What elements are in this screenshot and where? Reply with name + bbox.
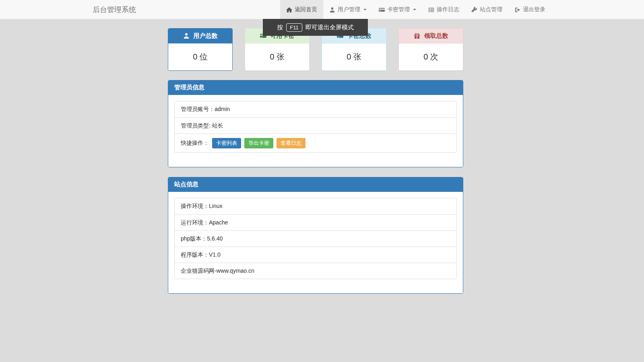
admin-panel-title: 管理员信息 <box>168 80 463 95</box>
stat-card-value: 0 次 <box>399 43 463 70</box>
php-version-row: php版本：5.6.40 <box>175 230 456 247</box>
nav-item-home[interactable]: 返回首页 <box>280 0 323 19</box>
nav-item-label: 返回首页 <box>295 6 317 13</box>
stat-card-value: 0 张 <box>245 43 309 70</box>
stat-card-claimed: 领取总数 0 次 <box>398 28 463 71</box>
nav-item-label: 卡密管理 <box>387 6 410 13</box>
site-info-panel: 站点信息 操作环境：Linux 运行环境：Apache php版本：5.6.40… <box>168 177 463 294</box>
nav-item-user-management[interactable]: 用户管理 <box>323 0 373 19</box>
nav-item-operation-log[interactable]: 操作日志 <box>422 0 465 19</box>
credit-card-icon <box>379 7 385 13</box>
nav-item-logout[interactable]: 退出登录 <box>508 0 551 19</box>
caret-down-icon <box>363 9 367 10</box>
app-title[interactable]: 后台管理系统 <box>93 0 136 19</box>
admin-type-row: 管理员类型: 站长 <box>175 117 456 134</box>
stat-card-value: 0 张 <box>322 43 386 70</box>
admin-panel-body: 管理员账号：admin 管理员类型: 站长 快捷操作： 卡密列表 导出卡密 查看… <box>168 95 463 167</box>
stat-card-header: 用户总数 <box>168 29 232 43</box>
gift-icon <box>414 33 420 39</box>
card-list-button[interactable]: 卡密列表 <box>212 138 241 148</box>
program-version-row: 程序版本：V1.0 <box>175 247 456 263</box>
wrench-icon <box>471 7 477 13</box>
main-content: 用户总数 0 位 可用卡密 0 张 卡密总数 0 张 领取总数 0 次 <box>168 19 463 294</box>
export-cards-button[interactable]: 导出卡密 <box>244 138 273 148</box>
navbar-container: 后台管理系统 返回首页 用户管理 卡密管理 操作日志 站点 <box>87 0 557 19</box>
f11-key-badge: F11 <box>286 23 302 32</box>
admin-account-row: 管理员账号：admin <box>175 101 456 117</box>
user-icon <box>329 7 335 13</box>
stat-card-users: 用户总数 0 位 <box>168 28 233 71</box>
caret-down-icon <box>413 9 416 10</box>
user-icon <box>183 33 190 39</box>
admin-info-panel: 管理员信息 管理员账号：admin 管理员类型: 站长 快捷操作： 卡密列表 导… <box>168 80 463 167</box>
os-env-row: 操作环境：Linux <box>175 198 456 214</box>
stat-card-header: 领取总数 <box>399 29 463 43</box>
site-panel-title: 站点信息 <box>168 177 463 192</box>
site-panel-body: 操作环境：Linux 运行环境：Apache php版本：5.6.40 程序版本… <box>168 192 463 293</box>
admin-info-list: 管理员账号：admin 管理员类型: 站长 快捷操作： 卡密列表 导出卡密 查看… <box>174 101 457 153</box>
source-site-row: 企业猫源码网-www.qymao.cn <box>175 263 456 279</box>
nav-item-label: 退出登录 <box>523 6 545 13</box>
nav-item-label: 站点管理 <box>480 6 502 13</box>
nav-item-card-management[interactable]: 卡密管理 <box>373 0 422 19</box>
nav-item-label: 操作日志 <box>437 6 459 13</box>
stat-card-title: 领取总数 <box>424 32 448 40</box>
stat-card-title: 用户总数 <box>194 32 218 40</box>
quick-actions-label: 快捷操作： <box>181 140 209 147</box>
toast-text-prefix: 按 <box>277 24 283 31</box>
nav-item-label: 用户管理 <box>338 6 360 13</box>
nav-item-site-management[interactable]: 站点管理 <box>465 0 508 19</box>
list-alt-icon <box>428 7 434 13</box>
toast-text-suffix: 即可退出全屏模式 <box>305 24 354 31</box>
fullscreen-toast: 按 F11 即可退出全屏模式 <box>263 19 368 36</box>
runtime-env-row: 运行环境：Apache <box>175 214 456 230</box>
home-icon <box>286 7 292 13</box>
navbar-menu: 返回首页 用户管理 卡密管理 操作日志 站点管理 退出 <box>280 0 551 19</box>
top-navbar: 后台管理系统 返回首页 用户管理 卡密管理 操作日志 站点 <box>0 0 644 19</box>
logout-icon <box>514 7 520 13</box>
view-logs-button[interactable]: 查看日志 <box>277 138 305 148</box>
quick-actions-row: 快捷操作： 卡密列表 导出卡密 查看日志 <box>175 134 456 152</box>
stat-card-value: 0 位 <box>168 43 232 70</box>
site-info-list: 操作环境：Linux 运行环境：Apache php版本：5.6.40 程序版本… <box>174 198 457 279</box>
